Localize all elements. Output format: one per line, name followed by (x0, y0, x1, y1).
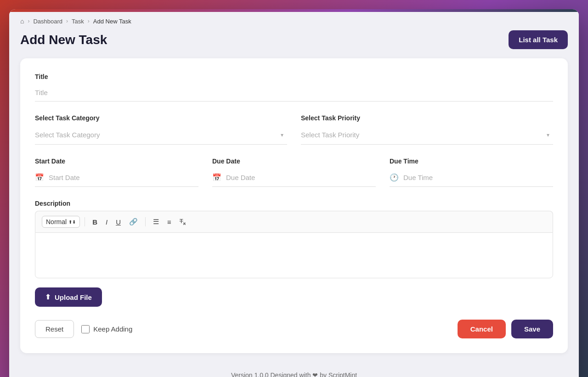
title-label: Title (35, 73, 553, 80)
breadcrumb-separator-3: › (88, 18, 90, 24)
breadcrumb-add-new-task: Add New Task (93, 18, 131, 25)
clear-format-icon: Tx (180, 218, 186, 226)
due-time-label: Due Time (390, 158, 553, 165)
toolbar-divider-2 (145, 217, 146, 226)
footer-right: Cancel Save (458, 320, 553, 338)
page-header: Add New Task List all Task (20, 30, 568, 49)
breadcrumb: ⌂ › Dashboard › Task › Add New Task (9, 12, 579, 30)
calendar-icon-start: 📅 (35, 173, 44, 182)
form-card: Title Select Task Category Select Task C… (20, 58, 568, 353)
date-row: Start Date 📅 Due Date 📅 Due Time (35, 158, 553, 187)
cancel-button[interactable]: Cancel (458, 320, 506, 338)
keep-adding-wrapper: Keep Adding (81, 325, 132, 333)
footer-text: Version 1.0.0 Designed with ❤ by ScriptM… (231, 371, 357, 377)
clock-icon: 🕐 (390, 173, 399, 182)
format-label: Normal (46, 218, 67, 225)
main-content: Add New Task List all Task Title Select … (9, 30, 579, 364)
bold-button[interactable]: B (90, 216, 100, 228)
start-date-label: Start Date (35, 158, 198, 165)
calendar-icon-due: 📅 (212, 173, 221, 182)
category-col: Select Task Category Select Task Categor… (35, 114, 287, 145)
unordered-list-icon: ≡ (167, 218, 171, 226)
italic-button[interactable]: I (103, 216, 110, 228)
title-section: Title (35, 73, 553, 101)
upload-file-button[interactable]: ⬆ Upload File (35, 287, 102, 307)
italic-icon: I (106, 218, 107, 226)
footer-bar: Version 1.0.0 Designed with ❤ by ScriptM… (9, 364, 579, 377)
priority-label: Select Task Priority (301, 114, 553, 122)
start-date-wrapper: 📅 (35, 169, 198, 187)
footer-left: Reset Keep Adding (35, 320, 132, 338)
toolbar-divider-1 (85, 217, 85, 226)
app-window: ⌂ › Dashboard › Task › Add New Task Add … (9, 9, 579, 377)
due-time-col: Due Time 🕐 (390, 158, 553, 187)
breadcrumb-separator-2: › (66, 18, 68, 24)
link-button[interactable]: 🔗 (126, 216, 141, 228)
underline-button[interactable]: U (113, 216, 124, 228)
description-section: Description Normal ⬆⬇ B I U (35, 200, 553, 278)
due-time-wrapper: 🕐 (390, 169, 553, 187)
priority-select-wrapper: Select Task Priority ▾ (301, 125, 553, 145)
underline-icon: U (116, 218, 121, 226)
format-arrows-icon: ⬆⬇ (68, 219, 76, 225)
editor-toolbar: Normal ⬆⬇ B I U 🔗 (35, 211, 553, 232)
save-button[interactable]: Save (511, 320, 553, 338)
due-date-input[interactable] (226, 174, 376, 181)
format-selector[interactable]: Normal ⬆⬇ (42, 216, 80, 228)
priority-col: Select Task Priority Select Task Priorit… (301, 114, 553, 145)
start-date-col: Start Date 📅 (35, 158, 198, 187)
due-date-label: Due Date (212, 158, 376, 165)
upload-icon: ⬆ (45, 293, 51, 301)
bold-icon: B (92, 218, 97, 226)
home-icon: ⌂ (20, 17, 24, 25)
list-all-button[interactable]: List all Task (509, 30, 568, 49)
link-icon: 🔗 (129, 218, 138, 226)
due-date-wrapper: 📅 (212, 169, 376, 187)
breadcrumb-dashboard[interactable]: Dashboard (33, 18, 62, 25)
form-footer: Reset Keep Adding Cancel Save (35, 320, 553, 338)
ordered-list-icon: ☰ (153, 218, 159, 226)
start-date-input[interactable] (49, 174, 198, 181)
clear-format-button[interactable]: Tx (177, 216, 188, 228)
category-select-wrapper: Select Task Category ▾ (35, 125, 287, 145)
description-editor[interactable] (35, 232, 553, 278)
priority-select[interactable]: Select Task Priority (301, 125, 553, 144)
keep-adding-checkbox[interactable] (81, 325, 90, 333)
unordered-list-button[interactable]: ≡ (164, 216, 174, 228)
description-label: Description (35, 200, 553, 207)
breadcrumb-task[interactable]: Task (72, 18, 84, 25)
due-date-col: Due Date 📅 (212, 158, 376, 187)
breadcrumb-separator-1: › (28, 18, 29, 24)
title-input[interactable] (35, 84, 553, 101)
page-title: Add New Task (20, 33, 107, 47)
due-time-input[interactable] (403, 174, 553, 181)
upload-label: Upload File (55, 293, 92, 301)
keep-adding-label: Keep Adding (93, 325, 132, 333)
category-label: Select Task Category (35, 114, 287, 122)
ordered-list-button[interactable]: ☰ (150, 216, 162, 228)
category-priority-row: Select Task Category Select Task Categor… (35, 114, 553, 145)
reset-button[interactable]: Reset (35, 320, 74, 338)
category-select[interactable]: Select Task Category (35, 125, 287, 144)
